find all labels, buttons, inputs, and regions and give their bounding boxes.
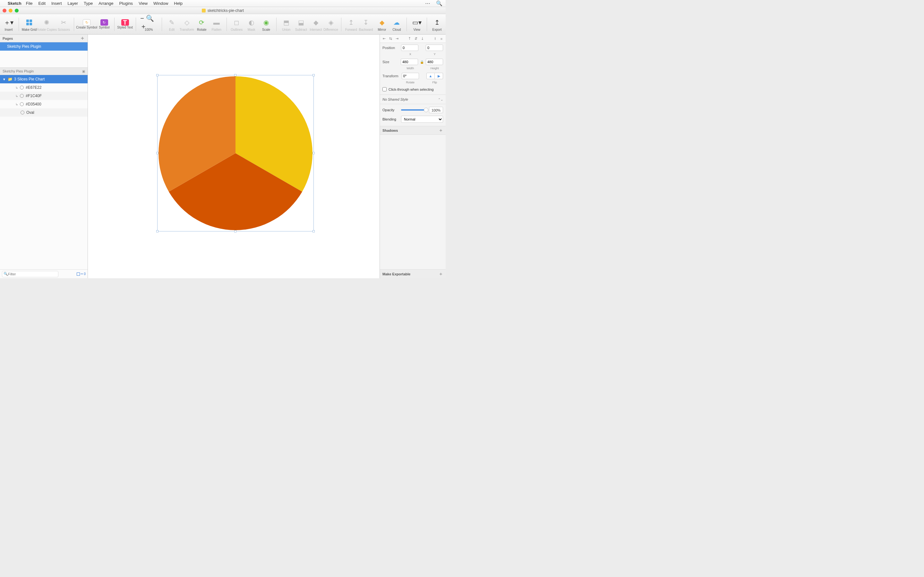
- symbol-button[interactable]: ↻Symbol: [97, 19, 111, 30]
- intersect-button[interactable]: ◆Intersect: [309, 16, 322, 32]
- window-titlebar: sketchtricks-pie-chart: [0, 7, 446, 14]
- resize-handle[interactable]: [234, 230, 236, 232]
- canvas[interactable]: [88, 35, 380, 278]
- styled-text-button[interactable]: TStyled Text: [118, 19, 132, 30]
- resize-handle[interactable]: [156, 152, 158, 154]
- subtract-button[interactable]: ⬓Subtract: [294, 16, 308, 32]
- filter-input[interactable]: [2, 271, 58, 277]
- layer-item[interactable]: ↳#E67E22: [0, 83, 87, 92]
- lock-aspect-icon[interactable]: 🔒: [420, 60, 424, 64]
- pages-label: Pages: [3, 37, 13, 40]
- align-left-icon[interactable]: ⇤: [381, 36, 387, 42]
- inspector: ⇤ ⇆ ⇥ ⤒ ⇵ ⤓ ⫴ ≡ Position XY Size 🔒 Width…: [380, 35, 446, 278]
- resize-handle[interactable]: [312, 230, 315, 232]
- backward-button[interactable]: ↧Backward: [359, 16, 373, 32]
- edit-button[interactable]: ✎Edit: [165, 16, 179, 32]
- height-input[interactable]: [426, 59, 443, 65]
- export-button[interactable]: ↥Export: [430, 16, 444, 32]
- difference-button[interactable]: ◈Difference: [324, 16, 338, 32]
- window-title: sketchtricks-pie-chart: [208, 8, 244, 13]
- forward-button[interactable]: ↥Forward: [344, 16, 358, 32]
- flip-horizontal-button[interactable]: ▲: [426, 73, 435, 79]
- artboard-name: Sketchy Pies Plugin: [3, 69, 34, 73]
- align-row: ⇤ ⇆ ⇥ ⤒ ⇵ ⤓ ⫴ ≡: [380, 35, 446, 43]
- overflow-icon[interactable]: ⋯: [425, 0, 430, 6]
- position-y-input[interactable]: [426, 45, 443, 51]
- clickthrough-checkbox[interactable]: [383, 87, 387, 91]
- mask-button[interactable]: ◐Mask: [245, 16, 258, 32]
- union-button[interactable]: ⬒Union: [279, 16, 293, 32]
- view-button[interactable]: ▭▾View: [410, 16, 423, 32]
- menu-view[interactable]: View: [139, 1, 148, 6]
- align-hcenter-icon[interactable]: ⇆: [388, 36, 393, 42]
- resize-handle[interactable]: [156, 74, 158, 76]
- align-vcenter-icon[interactable]: ⇵: [413, 36, 419, 42]
- position-x-input[interactable]: [401, 45, 418, 51]
- transform-label: Transform: [383, 74, 400, 78]
- opacity-value[interactable]: 100%: [429, 107, 443, 113]
- mac-menubar: Sketch File Edit Insert Layer Type Arran…: [0, 0, 446, 7]
- layer-item[interactable]: ↳#D35400: [0, 100, 87, 108]
- menu-window[interactable]: Window: [153, 1, 168, 6]
- resize-handle[interactable]: [156, 230, 158, 232]
- pie-chart[interactable]: [158, 76, 312, 230]
- spotlight-icon[interactable]: 🔍: [436, 0, 443, 6]
- menu-plugins[interactable]: Plugins: [119, 1, 133, 6]
- resize-handle[interactable]: [312, 74, 315, 76]
- app-menu[interactable]: Sketch: [8, 1, 21, 6]
- flip-vertical-button[interactable]: ▶: [435, 73, 443, 79]
- menu-type[interactable]: Type: [84, 1, 93, 6]
- menu-insert[interactable]: Insert: [51, 1, 62, 6]
- distribute-v-icon[interactable]: ≡: [439, 36, 444, 42]
- scale-button[interactable]: ◉Scale: [260, 16, 273, 32]
- page-item[interactable]: Sketchy Pies Plugin: [0, 42, 87, 51]
- resize-handle[interactable]: [312, 152, 315, 154]
- rotate-button[interactable]: ⟳Rotate: [195, 16, 208, 32]
- mirror-button[interactable]: ◆Mirror: [375, 16, 389, 32]
- minimize-button[interactable]: [9, 9, 13, 13]
- shadows-section[interactable]: Shadows＋: [380, 126, 446, 135]
- resize-handle[interactable]: [234, 74, 236, 76]
- menu-arrange[interactable]: Arrange: [99, 1, 113, 6]
- outlines-button[interactable]: ◻Outlines: [230, 16, 244, 32]
- shared-style-dropdown[interactable]: No Shared Style⌃⌄: [380, 95, 446, 104]
- flatten-button[interactable]: ▬Flatten: [210, 16, 223, 32]
- opacity-label: Opacity: [383, 108, 399, 112]
- makegrid-button[interactable]: Make Grid: [22, 16, 36, 32]
- rotate-input[interactable]: [402, 73, 419, 79]
- slice-toggle[interactable]: ✂︎ 0: [77, 272, 86, 276]
- opacity-slider[interactable]: [401, 109, 426, 111]
- position-label: Position: [383, 46, 399, 50]
- align-bottom-icon[interactable]: ⤓: [420, 36, 425, 42]
- make-exportable-section[interactable]: Make Exportable＋: [380, 269, 446, 278]
- align-right-icon[interactable]: ⇥: [394, 36, 400, 42]
- layer-group[interactable]: ▼📁 3 Slices Pie Chart: [0, 75, 87, 83]
- menu-layer[interactable]: Layer: [68, 1, 78, 6]
- insert-button[interactable]: ＋▾Insert: [2, 16, 15, 32]
- add-page-button[interactable]: ＋: [80, 35, 85, 42]
- zoom-button[interactable]: [15, 9, 19, 13]
- menu-help[interactable]: Help: [174, 1, 183, 6]
- collapse-icon[interactable]: ▣: [82, 69, 85, 73]
- blending-select[interactable]: Normal: [401, 116, 443, 123]
- layer-item[interactable]: ↳#F1C40F: [0, 92, 87, 100]
- width-input[interactable]: [401, 59, 418, 65]
- layer-item[interactable]: Oval: [0, 108, 87, 117]
- artboard-header[interactable]: Sketchy Pies Plugin ▣: [0, 67, 87, 75]
- close-button[interactable]: [3, 9, 6, 13]
- add-shadow-button[interactable]: ＋: [439, 127, 443, 133]
- toolbar: ＋▾Insert Make Grid ✺Rotate Copies ✂︎Scis…: [0, 14, 446, 35]
- menu-edit[interactable]: Edit: [39, 1, 45, 6]
- menu-file[interactable]: File: [26, 1, 33, 6]
- blending-label: Blending: [383, 117, 399, 121]
- rotate-copies-button[interactable]: ✺Rotate Copies: [37, 16, 56, 32]
- distribute-h-icon[interactable]: ⫴: [432, 36, 438, 42]
- scissors-button[interactable]: ✂︎Scissors: [57, 16, 71, 32]
- clickthrough-label: Click-through when selecting: [389, 87, 434, 91]
- add-export-button[interactable]: ＋: [439, 271, 443, 277]
- transform-button[interactable]: ◇Transform: [180, 16, 194, 32]
- align-top-icon[interactable]: ⤒: [407, 36, 413, 42]
- create-symbol-button[interactable]: ↻Create Symbol: [78, 19, 96, 30]
- cloud-button[interactable]: ☁︎Cloud: [390, 16, 403, 32]
- zoom-level[interactable]: − 🔍 ＋100%: [139, 16, 158, 32]
